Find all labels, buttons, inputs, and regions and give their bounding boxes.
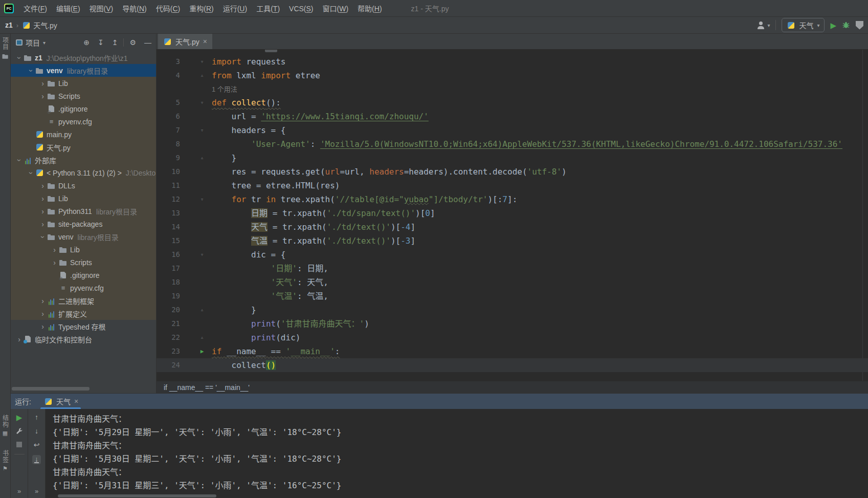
expand-arrow-icon[interactable]: › bbox=[15, 53, 24, 62]
run-line-icon[interactable]: ▶ bbox=[196, 344, 208, 358]
tree-row[interactable]: ›Scripts bbox=[11, 90, 156, 102]
code-line[interactable]: 8 'User-Agent': 'Mozilla/5.0(WindowsNT10… bbox=[157, 137, 868, 151]
fold-marker[interactable] bbox=[196, 82, 208, 96]
editor-tab[interactable]: 天气.py × bbox=[158, 34, 212, 49]
more-actions-icon[interactable]: » bbox=[35, 487, 38, 495]
usage-inlay-hint[interactable]: 1 个用法 bbox=[212, 85, 237, 93]
expand-arrow-icon[interactable]: › bbox=[38, 207, 47, 215]
project-panel-title[interactable]: 项目 bbox=[26, 37, 40, 48]
tree-row[interactable]: ›venvlibrary根目录 bbox=[11, 230, 156, 243]
fold-marker[interactable] bbox=[196, 137, 208, 151]
fold-marker[interactable]: ▿ bbox=[196, 123, 208, 137]
stop-button[interactable] bbox=[16, 442, 22, 447]
tree-row[interactable]: ›临时文件和控制台 bbox=[11, 333, 156, 345]
tree-row[interactable]: ≡pyvenv.cfg bbox=[11, 115, 156, 128]
code-editor[interactable]: 3▿import requests4▵from lxml import etre… bbox=[157, 50, 868, 381]
menu-item[interactable]: 重构(R) bbox=[185, 5, 218, 13]
tool-window-button-bookmarks[interactable]: 书签 ⚑ bbox=[0, 447, 10, 475]
code-line[interactable]: 19 '气温': 气温, bbox=[157, 289, 868, 303]
menu-item[interactable]: 工具(T) bbox=[252, 5, 284, 13]
tree-row[interactable]: ›Lib bbox=[11, 243, 156, 256]
code-line[interactable]: 6 url = 'https://www.15tianqi.com/zhouqu… bbox=[157, 110, 868, 123]
code-line[interactable]: 20▵ } bbox=[157, 303, 868, 317]
profile-button[interactable]: ▾ bbox=[756, 21, 770, 29]
fold-marker[interactable]: ▿ bbox=[196, 248, 208, 262]
up-stack-trace-icon[interactable]: ↑ bbox=[35, 414, 38, 421]
close-icon[interactable]: × bbox=[74, 397, 78, 405]
menu-item[interactable]: 帮助(H) bbox=[353, 5, 386, 13]
code-line[interactable]: 10 res = requests.get(url=url, headers=h… bbox=[157, 165, 868, 179]
run-console-output[interactable]: 甘肃甘南舟曲天气：{'日期': '5月29日 星期一', '天气': '小雨',… bbox=[46, 409, 868, 498]
code-line[interactable]: 16▿ dic = { bbox=[157, 248, 868, 262]
code-line[interactable]: 5▿def collect(): bbox=[157, 96, 868, 110]
code-line[interactable]: 12▿ for tr in tree.xpath('//table[@id="y… bbox=[157, 192, 868, 206]
tree-row[interactable]: ›venvlibrary根目录 bbox=[11, 64, 156, 77]
code-line[interactable]: 21 print('甘肃甘南舟曲天气：') bbox=[157, 317, 868, 331]
run-button[interactable]: ▶ bbox=[830, 21, 836, 29]
expand-arrow-icon[interactable]: › bbox=[38, 194, 47, 203]
fold-marker[interactable] bbox=[196, 110, 208, 123]
fold-marker[interactable] bbox=[196, 206, 208, 220]
expand-arrow-icon[interactable]: › bbox=[38, 79, 47, 88]
soft-wrap-icon[interactable]: ↩ bbox=[34, 441, 40, 448]
code-line[interactable]: 7▿ headers = { bbox=[157, 123, 868, 137]
code-line[interactable]: 13 日期 = tr.xpath('./td/span/text()')[0] bbox=[157, 206, 868, 220]
gear-icon[interactable]: ⚙ bbox=[127, 38, 139, 47]
expand-arrow-icon[interactable]: › bbox=[50, 258, 59, 267]
menu-item[interactable]: 运行(U) bbox=[218, 5, 252, 13]
scroll-to-end-icon[interactable]: ↓ bbox=[32, 455, 41, 464]
fold-marker[interactable] bbox=[196, 179, 208, 192]
tree-row[interactable]: ›z1J:\Desktop\python作业\z1 bbox=[11, 51, 156, 64]
tree-row[interactable]: ›Python311library根目录 bbox=[11, 205, 156, 218]
close-icon[interactable]: × bbox=[203, 37, 207, 46]
tree-row[interactable]: main.py bbox=[11, 128, 156, 141]
edit-configuration-button[interactable] bbox=[16, 428, 23, 435]
tree-row[interactable]: ›二进制框架 bbox=[11, 294, 156, 307]
code-line[interactable]: 15 气温 = tr.xpath('./td/text()')[-3] bbox=[157, 234, 868, 248]
fold-marker[interactable] bbox=[196, 220, 208, 234]
chevron-down-icon[interactable]: ▾ bbox=[43, 40, 46, 46]
tool-window-button-structure[interactable]: 结构 ▦ bbox=[0, 412, 10, 440]
fold-marker[interactable] bbox=[196, 289, 208, 303]
fold-marker[interactable]: ▵ bbox=[196, 303, 208, 317]
tree-row[interactable]: ›site-packages bbox=[11, 218, 156, 230]
expand-all-icon[interactable]: ↧ bbox=[95, 38, 106, 47]
fold-marker[interactable]: ▵ bbox=[196, 69, 208, 82]
menu-item[interactable]: 文件(F) bbox=[19, 5, 52, 13]
locate-file-icon[interactable]: ⊕ bbox=[81, 38, 92, 47]
fold-marker[interactable]: ▿ bbox=[196, 96, 208, 110]
rerun-button[interactable]: ▶ bbox=[16, 414, 23, 421]
code-line[interactable]: 17 '日期': 日期, bbox=[157, 262, 868, 275]
menu-item[interactable]: 视图(V) bbox=[85, 5, 118, 13]
code-line[interactable]: 1 个用法 bbox=[157, 82, 868, 96]
expand-arrow-icon[interactable]: › bbox=[38, 297, 47, 305]
menu-item[interactable]: 窗口(W) bbox=[318, 5, 353, 13]
tree-row[interactable]: .gitignore bbox=[11, 102, 156, 115]
coverage-shield-icon[interactable] bbox=[856, 21, 863, 30]
tree-row[interactable]: ›Lib bbox=[11, 192, 156, 205]
hide-panel-icon[interactable]: — bbox=[142, 38, 154, 47]
tree-row[interactable]: ›扩展定义 bbox=[11, 307, 156, 320]
project-horizontal-scrollbar[interactable] bbox=[12, 387, 90, 391]
fold-marker[interactable]: ▵ bbox=[196, 151, 208, 165]
expand-arrow-icon[interactable]: › bbox=[38, 310, 47, 318]
tree-row[interactable]: ›外部库 bbox=[11, 154, 156, 166]
tree-row[interactable]: ›< Python 3.11 (z1) (2) >J:\Deskto bbox=[11, 166, 156, 179]
editor-breadcrumb-bar[interactable]: if __name__ == '__main__' bbox=[157, 381, 868, 393]
fold-marker[interactable]: ▿ bbox=[196, 55, 208, 69]
expand-arrow-icon[interactable]: › bbox=[38, 220, 47, 228]
fold-marker[interactable] bbox=[196, 165, 208, 179]
fold-marker[interactable] bbox=[196, 275, 208, 289]
tree-row[interactable]: ›Scripts bbox=[11, 256, 156, 269]
collapse-all-icon[interactable]: ↥ bbox=[109, 38, 121, 47]
menu-item[interactable]: 导航(N) bbox=[118, 5, 151, 13]
run-configuration-select[interactable]: 天气 ▾ bbox=[782, 18, 825, 32]
code-line[interactable]: 9▵ } bbox=[157, 151, 868, 165]
menu-item[interactable]: VCS(S) bbox=[284, 5, 318, 13]
code-line[interactable]: 24 collect() bbox=[157, 358, 868, 372]
fold-marker[interactable]: ▿ bbox=[196, 192, 208, 206]
code-line[interactable]: 14 天气 = tr.xpath('./td/text()')[-4] bbox=[157, 220, 868, 234]
fold-marker[interactable]: ▵ bbox=[196, 331, 208, 344]
expand-arrow-icon[interactable]: › bbox=[38, 182, 47, 190]
code-line[interactable]: 18 '天气': 天气, bbox=[157, 275, 868, 289]
